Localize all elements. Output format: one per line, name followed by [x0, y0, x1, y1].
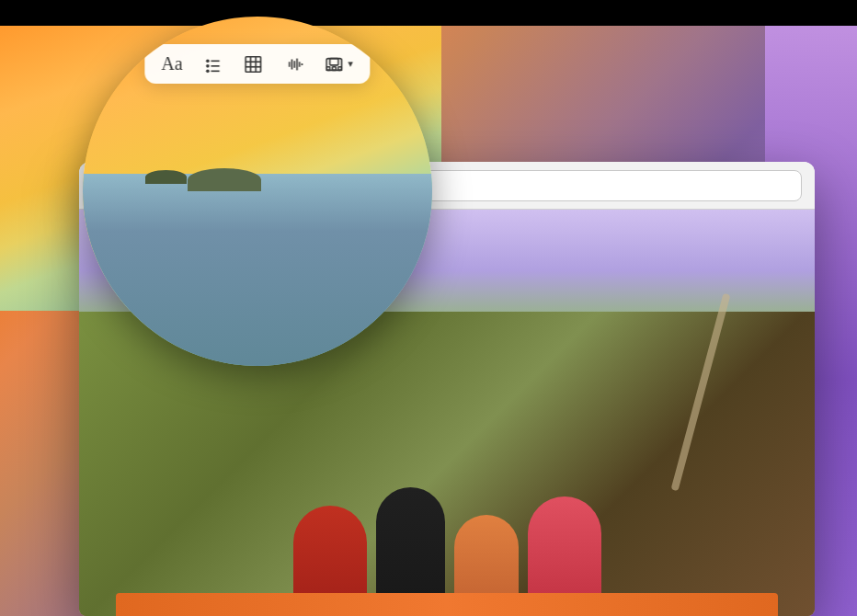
list-tool-button[interactable] — [203, 54, 223, 74]
media-icon — [325, 54, 345, 74]
format-toolbar: Aa — [144, 44, 370, 84]
photo-people-group — [153, 393, 741, 616]
svg-point-4 — [206, 69, 210, 73]
magnify-circle: Aa — [83, 17, 432, 366]
list-icon — [203, 54, 223, 74]
font-tool-button[interactable]: Aa — [161, 53, 182, 74]
table-tool-button[interactable] — [244, 54, 264, 74]
media-tool-button[interactable]: ▾ — [325, 54, 354, 74]
svg-rect-19 — [330, 58, 338, 64]
svg-rect-21 — [333, 66, 337, 70]
font-icon: Aa — [161, 53, 182, 74]
chevron-down-icon: ▾ — [349, 58, 354, 70]
svg-rect-20 — [326, 66, 330, 70]
svg-point-2 — [206, 64, 210, 68]
picnic-blanket — [116, 593, 778, 616]
svg-point-0 — [206, 59, 210, 63]
audio-tool-button[interactable] — [284, 54, 304, 74]
svg-rect-6 — [246, 56, 261, 72]
svg-rect-22 — [338, 66, 342, 70]
circle-island-large — [188, 168, 261, 191]
circle-water — [83, 174, 432, 366]
audio-icon — [284, 54, 304, 74]
circle-island-small — [145, 170, 187, 184]
table-icon — [244, 54, 264, 74]
svg-rect-18 — [326, 58, 342, 70]
